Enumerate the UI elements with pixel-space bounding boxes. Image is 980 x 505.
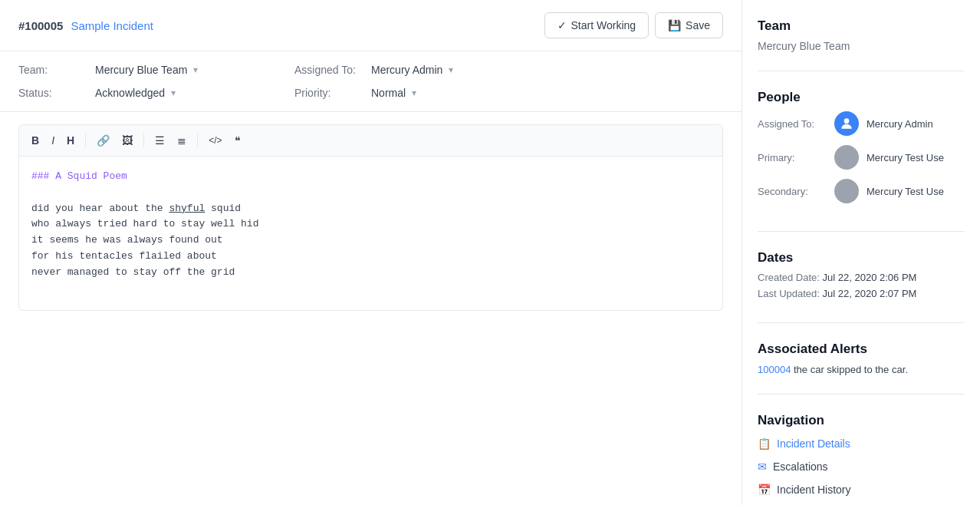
italic-button[interactable]: I — [47, 131, 59, 150]
save-icon: 💾 — [668, 19, 681, 31]
assigned-name: Mercury Admin — [867, 118, 933, 130]
quote-button[interactable]: ❝ — [230, 131, 245, 150]
updated-date-row: Last Updated: Jul 22, 2020 2:07 PM — [758, 288, 965, 299]
chevron-down-icon-2: ▾ — [449, 64, 453, 75]
secondary-name: Mercury Test Use — [867, 186, 944, 197]
alert-item: 100004 the car skipped to the car. — [758, 363, 965, 375]
alerts-section: Associated Alerts 100004 the car skipped… — [758, 342, 965, 394]
alerts-section-title: Associated Alerts — [758, 342, 965, 357]
alert-description: the car skipped to the car. — [791, 364, 907, 375]
sidebar-team-name: Mercury Blue Team — [758, 40, 965, 52]
people-section: People Assigned To: Mercury Admin Primar… — [758, 90, 965, 232]
assigned-to-row: Assigned To: Mercury Admin — [758, 111, 965, 136]
incident-title: Sample Incident — [71, 19, 153, 32]
team-section-title: Team — [758, 18, 965, 34]
nav-item-incident-history[interactable]: 📅 Incident History — [758, 480, 965, 499]
svg-point-1 — [844, 152, 850, 157]
chevron-down-icon: ▾ — [193, 64, 198, 75]
primary-name: Mercury Test Use — [867, 152, 944, 163]
start-working-button[interactable]: ✓ Start Working — [544, 12, 649, 38]
status-value: Acknowledged — [95, 87, 165, 99]
chevron-down-icon-3: ▾ — [171, 87, 176, 98]
nav-label-incident-details: Incident Details — [777, 437, 850, 450]
unordered-list-button[interactable]: ☰ — [150, 131, 169, 150]
alert-link[interactable]: 100004 — [758, 364, 791, 375]
team-value: Mercury Blue Team — [95, 64, 187, 76]
assigned-avatar — [834, 111, 859, 136]
poem-line-3: it seems he was always found out — [31, 233, 710, 249]
dates-section: Dates Created Date: Jul 22, 2020 2:06 PM… — [758, 250, 965, 323]
priority-field-label: Priority: — [294, 87, 371, 99]
editor-body[interactable]: ### A Squid Poem did you hear about the … — [19, 157, 722, 310]
poem-line-2: who always tried hard to stay well hid — [31, 216, 710, 233]
nav-label-incident-history: Incident History — [777, 484, 850, 496]
team-dropdown[interactable]: Mercury Blue Team ▾ — [95, 64, 248, 76]
incident-details-icon: 📋 — [758, 437, 771, 450]
status-field-label: Status: — [18, 87, 95, 99]
poem-line-4: for his tentacles flailed about — [31, 249, 710, 265]
assigned-dropdown[interactable]: Mercury Admin ▾ — [371, 64, 525, 76]
priority-value: Normal — [371, 87, 406, 99]
secondary-row: Secondary: Mercury Test Use — [758, 179, 965, 203]
primary-avatar — [834, 145, 859, 170]
image-button[interactable]: 🖼 — [117, 131, 137, 150]
escalations-icon: ✉ — [758, 460, 767, 473]
nav-label-escalations: Escalations — [773, 460, 828, 473]
incident-header: #100005 Sample Incident ✓ Start Working … — [0, 0, 742, 51]
incident-id: #100005 — [18, 19, 63, 32]
svg-point-0 — [844, 118, 850, 124]
sidebar: Team Mercury Blue Team People Assigned T… — [742, 0, 980, 505]
poem-line-1: did you hear about the shyful squid — [31, 201, 710, 217]
nav-item-incident-details[interactable]: 📋 Incident Details — [758, 434, 965, 453]
status-dropdown[interactable]: Acknowledged ▾ — [95, 87, 248, 99]
editor-container: B I H 🔗 🖼 ☰ ≣ </> ❝ ### A Squid Poem — [18, 124, 723, 311]
dates-section-title: Dates — [758, 250, 965, 266]
people-section-title: People — [758, 90, 965, 105]
chevron-down-icon-4: ▾ — [412, 87, 416, 98]
priority-dropdown[interactable]: Normal ▾ — [371, 87, 525, 99]
link-button[interactable]: 🔗 — [92, 131, 114, 150]
incident-history-icon: 📅 — [758, 484, 771, 496]
navigation-section: Navigation 📋 Incident Details ✉ Escalati… — [758, 413, 965, 505]
svg-point-2 — [844, 186, 850, 191]
team-section: Team Mercury Blue Team — [758, 18, 965, 71]
toolbar-separator-1 — [85, 134, 86, 147]
check-circle-icon: ✓ — [557, 19, 567, 31]
header-actions: ✓ Start Working 💾 Save — [544, 12, 723, 38]
primary-row: Primary: Mercury Test Use — [758, 145, 965, 170]
team-field-label: Team: — [18, 64, 95, 76]
poem-heading: ### A Squid Poem — [31, 169, 710, 185]
fields-section: Team: Mercury Blue Team ▾ Assigned To: M… — [0, 51, 742, 112]
toolbar-separator-3 — [197, 134, 198, 147]
assigned-people-label: Assigned To: — [758, 118, 827, 130]
navigation-section-title: Navigation — [758, 413, 965, 428]
secondary-avatar — [834, 179, 859, 203]
assigned-value: Mercury Admin — [371, 64, 442, 76]
primary-label: Primary: — [758, 152, 827, 163]
secondary-label: Secondary: — [758, 186, 827, 197]
poem-line-5: never managed to stay off the grid — [31, 265, 710, 281]
ordered-list-button[interactable]: ≣ — [173, 131, 191, 150]
toolbar-separator-2 — [143, 134, 144, 147]
code-button[interactable]: </> — [204, 132, 226, 149]
bold-button[interactable]: B — [27, 131, 44, 150]
heading-button[interactable]: H — [62, 131, 79, 150]
assigned-field-label: Assigned To: — [294, 64, 371, 76]
nav-item-escalations[interactable]: ✉ Escalations — [758, 457, 965, 476]
save-button[interactable]: 💾 Save — [655, 12, 723, 38]
editor-toolbar: B I H 🔗 🖼 ☰ ≣ </> ❝ — [19, 125, 722, 157]
created-date-row: Created Date: Jul 22, 2020 2:06 PM — [758, 272, 965, 283]
